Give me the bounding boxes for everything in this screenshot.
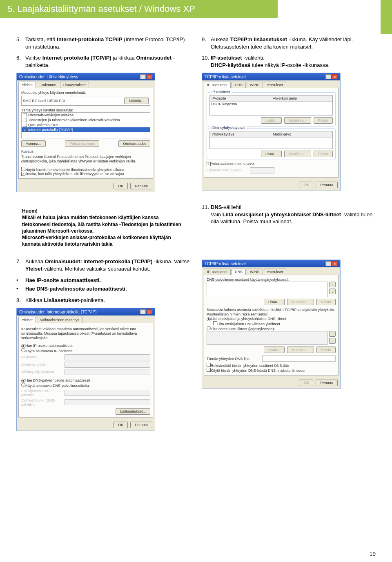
tab-dns[interactable]: DNS: [232, 82, 246, 88]
tab-asetukset[interactable]: Asetukset: [264, 82, 287, 88]
add-button[interactable]: Lisää...: [261, 117, 282, 124]
properties-button[interactable]: Ominaisuudet: [118, 140, 150, 147]
screenshot-lan-properties: Ominaisuudet: Lähiverkkoyhteys ? × Yleis…: [16, 73, 155, 192]
tab-ip[interactable]: IP-asetukset: [204, 82, 231, 88]
dns2-input: [65, 399, 150, 405]
screenshot-tcpip-dns: TCP/IP:n lisäasetukset ? × IP-asetukset …: [202, 260, 341, 389]
advanced-button[interactable]: Lisäasetukset...: [116, 408, 150, 415]
edit-button: Muokkaa...: [287, 347, 314, 353]
dns-suffix-list: [207, 331, 327, 345]
radio-icon[interactable]: [21, 344, 25, 348]
uninstall-button[interactable]: Poista asennus: [65, 140, 99, 147]
dns-server-list[interactable]: [207, 282, 327, 297]
gw-list[interactable]: YhdyskäytäväMetric-arvo: [209, 131, 333, 149]
configure-button[interactable]: Määritä...: [124, 98, 149, 104]
cancel-button[interactable]: Peruuta: [316, 182, 338, 188]
step-11: 11. DNS-välilehti Vain Liitä ensisijaise…: [202, 204, 376, 225]
checkbox-icon[interactable]: [207, 368, 211, 372]
dns1-input: [65, 390, 150, 396]
tab-ip[interactable]: IP-asetukset: [204, 269, 231, 275]
window-title: Ominaisuudet: Lähiverkkoyhteys: [19, 75, 78, 79]
down-button[interactable]: ↓: [329, 289, 336, 294]
dns-suffix-input[interactable]: [262, 355, 336, 362]
left-column: 5. Tarkista, että Internet-protokolla TC…: [16, 36, 190, 192]
tab-wins[interactable]: WINS: [247, 269, 263, 275]
step-9: 9. Aukeaa TCP/IP:n lisäasetukset -ikkuna…: [202, 36, 376, 50]
uses-label: Tämä yhteys käyttää seuraavia:: [21, 108, 150, 112]
close-icon[interactable]: ×: [332, 261, 338, 266]
step-8: 8. Klikkaa Lisäasetukset-painiketta.: [16, 297, 190, 304]
checkbox-icon[interactable]: [23, 123, 27, 127]
protocol-list[interactable]: Microsoft-verkkojen asiakas Tiedostojen …: [21, 112, 150, 138]
radio-icon[interactable]: [21, 379, 25, 383]
step-6: 6. Valitse Internet-protokolla (TCP/IP) …: [16, 54, 190, 69]
edit-button[interactable]: Muokkaa...: [284, 151, 311, 157]
page-content: 5. Tarkista, että Internet-protokolla TC…: [0, 18, 392, 439]
remove-button[interactable]: Poista: [316, 299, 336, 305]
close-icon[interactable]: ×: [147, 309, 152, 314]
ok-button[interactable]: OK: [114, 422, 128, 428]
intro-text: IP-asetukset voidaan määrittää automaatt…: [21, 327, 150, 340]
remove-button: Poista: [316, 347, 336, 353]
tab-todennus[interactable]: Todennus: [37, 82, 59, 88]
window-titlebar: Ominaisuudet: Lähiverkkoyhteys ? ×: [17, 73, 155, 80]
checkbox-icon[interactable]: ✓: [207, 162, 211, 166]
radio-icon[interactable]: [21, 383, 25, 387]
help-icon[interactable]: ?: [325, 261, 331, 266]
close-icon[interactable]: ×: [332, 74, 338, 79]
window-titlebar: Ominaisuudet: Internet-protokolla (TCP/I…: [17, 308, 155, 315]
add-button[interactable]: Lisää...: [261, 151, 282, 157]
tab-yleiset[interactable]: Yleiset: [18, 317, 36, 323]
tab-wins[interactable]: WINS: [247, 82, 263, 88]
step-5: 5. Tarkista, että Internet-protokolla TC…: [16, 36, 190, 50]
section-header: 5. Laajakaistaliittymän asetukset / Wind…: [0, 0, 278, 18]
tab-lisaasetukset[interactable]: Lisäasetukset: [60, 82, 89, 88]
desc-label: Kuvaus: [21, 149, 150, 153]
tab-dns[interactable]: DNS: [232, 269, 246, 275]
checkbox-icon[interactable]: [23, 113, 27, 117]
checkbox-icon[interactable]: [213, 321, 217, 325]
install-button[interactable]: Asenna...: [21, 140, 46, 147]
checkbox-icon[interactable]: [23, 118, 27, 122]
dns-servers-label: DNS-palvelimien osoitteet käyttämisjärje…: [207, 278, 336, 282]
tab-asetukset[interactable]: Asetukset: [264, 269, 287, 275]
window-titlebar: TCP/IP:n lisäasetukset ? ×: [202, 260, 340, 267]
section-title: 5. Laajakaistaliittymän asetukset / Wind…: [7, 4, 195, 14]
checkbox-icon[interactable]: ✓: [23, 128, 27, 132]
up-button[interactable]: ↑: [329, 282, 336, 287]
radio-icon[interactable]: [21, 348, 25, 352]
radio-icon[interactable]: [207, 326, 211, 330]
help-icon[interactable]: ?: [140, 74, 146, 79]
tab-yleiset[interactable]: Yleiset: [18, 82, 36, 88]
checkbox-icon[interactable]: [207, 363, 211, 367]
remove-button[interactable]: Poista: [314, 151, 333, 157]
ok-button[interactable]: OK: [114, 183, 128, 189]
add-button[interactable]: Lisää...: [264, 299, 285, 305]
tab-vaihtoehto[interactable]: Vaihtoehtoinen määritys: [37, 317, 82, 323]
ip-input: [65, 354, 150, 360]
ip-list[interactable]: IP-osoiteAliverkon peite DHCP käytössä: [209, 95, 333, 116]
remove-button[interactable]: Poista: [314, 117, 333, 124]
cancel-button[interactable]: Peruuta: [130, 183, 152, 189]
edit-button[interactable]: Muokkaa...: [284, 117, 311, 124]
ok-button[interactable]: OK: [299, 182, 313, 188]
dns-apply-label: Seuraavia kolmea asetusta sovelletaan ka…: [207, 308, 336, 317]
note-title: Huom!: [22, 208, 185, 214]
checkbox-icon[interactable]: [21, 167, 25, 171]
decor-stripe: [381, 0, 392, 34]
ok-button[interactable]: OK: [299, 380, 313, 386]
note-para-2: Microsoft-verkkojen asiakas-protokollaa …: [22, 234, 185, 247]
help-icon[interactable]: ?: [140, 309, 146, 314]
window-title: Ominaisuudet: Internet-protokolla (TCP/I…: [19, 310, 97, 314]
radio-icon[interactable]: [207, 317, 211, 321]
edit-button[interactable]: Muokkaa...: [287, 299, 314, 305]
screenshot-tcpip-ip: TCP/IP:n lisäasetukset ? × IP-asetukset …: [202, 73, 341, 191]
close-icon[interactable]: ×: [147, 74, 152, 79]
bullet-1: •Hae IP-osoite automaattisesti.: [16, 277, 190, 284]
cancel-button[interactable]: Peruuta: [130, 422, 152, 428]
checkbox-icon[interactable]: ✓: [21, 172, 25, 176]
step-10: 10. IP-asetukset -välilehti: DHCP-käytös…: [202, 54, 376, 69]
page-number: 19: [369, 551, 376, 557]
cancel-button[interactable]: Peruuta: [316, 380, 338, 386]
help-icon[interactable]: ?: [325, 74, 331, 79]
